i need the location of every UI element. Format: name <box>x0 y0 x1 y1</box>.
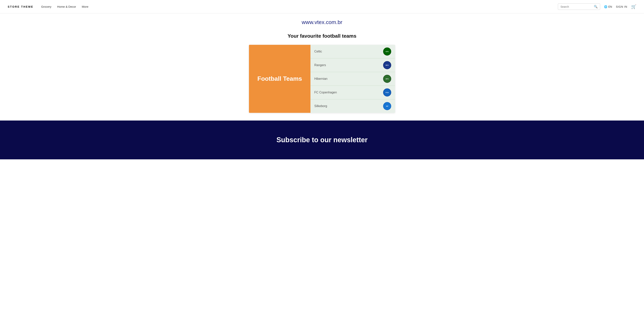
team-logo-hibernian: HFC <box>383 75 391 83</box>
team-row-rangers[interactable]: RangersRFC <box>310 58 395 72</box>
sign-in-button[interactable]: SIGN IN <box>616 5 627 8</box>
team-name-silkeborg: Silkeborg <box>314 104 327 108</box>
nav-link-more[interactable]: More <box>82 5 88 8</box>
team-row-fc-copenhagen[interactable]: FC CopenhagenFCK <box>310 86 395 100</box>
section-title: Your favourite football teams <box>288 33 356 39</box>
cart-icon[interactable]: 🛒 <box>631 4 636 9</box>
team-logo-rangers: RFC <box>383 61 391 69</box>
team-logo-fc-copenhagen: FCK <box>383 88 391 96</box>
nav-link-grocery[interactable]: Grocery <box>41 5 51 8</box>
team-logo-silkeborg: SIF <box>383 102 391 110</box>
nav-link-home-decor[interactable]: Home & Decor <box>57 5 76 8</box>
search-icon[interactable]: 🔍 <box>594 5 598 8</box>
football-teams-label: Football Teams <box>258 75 302 83</box>
navbar: STORE THEME Grocery Home & Decor More 🔍 … <box>0 0 644 14</box>
team-logo-celtic: CFC <box>383 48 391 56</box>
globe-icon: 🌐 <box>604 5 607 8</box>
team-name-rangers: Rangers <box>314 64 326 67</box>
football-widget: Football Teams CelticCFCRangersRFCHibern… <box>249 45 395 113</box>
vtex-url[interactable]: www.vtex.com.br <box>302 19 342 25</box>
team-name-hibernian: Hibernian <box>314 77 328 80</box>
nav-links: Grocery Home & Decor More <box>41 5 558 8</box>
football-widget-left: Football Teams <box>249 45 310 113</box>
team-row-hibernian[interactable]: HibernianHFC <box>310 72 395 86</box>
team-name-fc-copenhagen: FC Copenhagen <box>314 91 337 94</box>
newsletter-section: Subscribe to our newsletter <box>0 120 644 159</box>
search-box[interactable]: 🔍 <box>558 4 600 10</box>
main-content: www.vtex.com.br Your favourite football … <box>0 14 644 113</box>
language-selector[interactable]: 🌐 EN <box>604 5 612 8</box>
team-row-celtic[interactable]: CelticCFC <box>310 45 395 58</box>
football-teams-list: CelticCFCRangersRFCHibernianHFCFC Copenh… <box>310 45 395 113</box>
lang-label: EN <box>608 5 612 8</box>
nav-right: 🔍 🌐 EN SIGN IN 🛒 <box>558 4 636 10</box>
brand-logo[interactable]: STORE THEME <box>8 5 34 8</box>
search-input[interactable] <box>560 5 594 8</box>
team-name-celtic: Celtic <box>314 50 322 53</box>
team-row-silkeborg[interactable]: SilkeborgSIF <box>310 100 395 113</box>
newsletter-title: Subscribe to our newsletter <box>276 136 368 144</box>
